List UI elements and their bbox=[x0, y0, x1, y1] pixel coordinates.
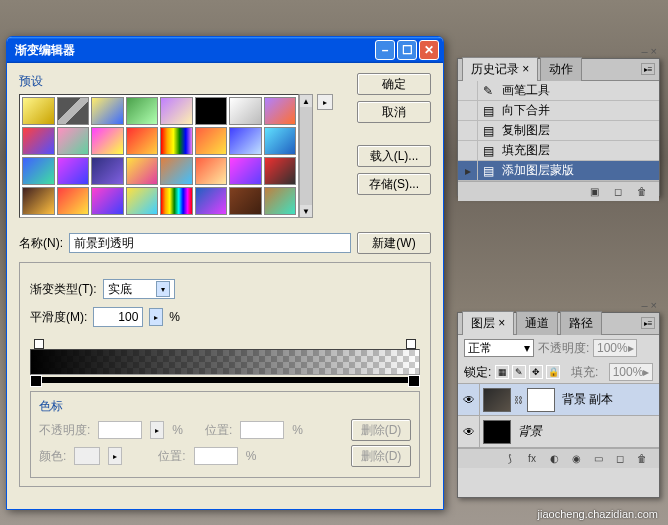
history-step-icon: ✎ bbox=[478, 84, 498, 98]
gradient-swatch[interactable] bbox=[57, 127, 90, 155]
save-button[interactable]: 存储(S)... bbox=[357, 173, 431, 195]
load-button[interactable]: 载入(L)... bbox=[357, 145, 431, 167]
adjustment-layer-icon[interactable]: ◉ bbox=[569, 452, 583, 466]
trash-icon[interactable]: 🗑 bbox=[635, 452, 649, 466]
history-item[interactable]: ▸▤添加图层蒙版 bbox=[458, 161, 659, 181]
gradient-swatch[interactable] bbox=[160, 187, 193, 215]
gradient-swatch[interactable] bbox=[229, 127, 262, 155]
new-layer-icon[interactable]: ◻ bbox=[613, 452, 627, 466]
layer-name[interactable]: 背景 bbox=[514, 423, 542, 440]
stop-color-picker-icon: ▸ bbox=[108, 447, 122, 465]
gradient-swatch[interactable] bbox=[126, 157, 159, 185]
smoothness-input[interactable] bbox=[93, 307, 143, 327]
opacity-stop-left[interactable] bbox=[34, 339, 44, 349]
type-label: 渐变类型(T): bbox=[30, 281, 97, 298]
panel-menu-button[interactable]: ▸≡ bbox=[641, 63, 655, 75]
gradient-swatch[interactable] bbox=[195, 127, 228, 155]
blend-mode-select[interactable]: 正常▾ bbox=[464, 339, 534, 357]
history-item[interactable]: ▤复制图层 bbox=[458, 121, 659, 141]
history-marker bbox=[458, 101, 478, 120]
color-stop-track[interactable] bbox=[34, 377, 416, 383]
tab-history[interactable]: 历史记录 × bbox=[462, 57, 538, 81]
delete-color-stop-button: 删除(D) bbox=[351, 445, 411, 467]
gradient-swatch[interactable] bbox=[22, 187, 55, 215]
link-layers-icon[interactable]: ⟆ bbox=[503, 452, 517, 466]
gradient-swatch[interactable] bbox=[229, 157, 262, 185]
layer-thumbnail[interactable] bbox=[483, 420, 511, 444]
gradient-swatch[interactable] bbox=[22, 97, 55, 125]
tab-layers[interactable]: 图层 × bbox=[462, 311, 514, 335]
gradient-swatch[interactable] bbox=[126, 127, 159, 155]
mask-link-icon[interactable]: ⛓ bbox=[514, 395, 524, 405]
gradient-swatch[interactable] bbox=[264, 187, 297, 215]
tab-actions[interactable]: 动作 bbox=[540, 57, 582, 81]
layer-row[interactable]: 👁⛓背景 副本 bbox=[458, 384, 659, 416]
titlebar[interactable]: 渐变编辑器 – ☐ ✕ bbox=[7, 37, 443, 63]
history-new-icon[interactable]: ◻ bbox=[611, 185, 625, 199]
gradient-swatch[interactable] bbox=[264, 157, 297, 185]
new-button[interactable]: 新建(W) bbox=[357, 232, 431, 254]
gradient-bar[interactable] bbox=[30, 349, 420, 375]
lock-all-icon[interactable]: 🔒 bbox=[546, 365, 560, 379]
ok-button[interactable]: 确定 bbox=[357, 73, 431, 95]
gradient-swatch[interactable] bbox=[160, 97, 193, 125]
panel-menu-button[interactable]: ▸≡ bbox=[641, 317, 655, 329]
scroll-up-icon[interactable]: ▲ bbox=[300, 95, 312, 107]
layer-group-icon[interactable]: ▭ bbox=[591, 452, 605, 466]
gradient-swatch[interactable] bbox=[264, 97, 297, 125]
history-snapshot-icon[interactable]: ▣ bbox=[587, 185, 601, 199]
gradient-swatch[interactable] bbox=[195, 187, 228, 215]
panel-collapse-icon[interactable]: – × bbox=[641, 299, 657, 311]
layer-row[interactable]: 👁背景 bbox=[458, 416, 659, 448]
cancel-button[interactable]: 取消 bbox=[357, 101, 431, 123]
opacity-value[interactable]: 100%▸ bbox=[593, 339, 637, 357]
gradient-swatch[interactable] bbox=[57, 157, 90, 185]
gradient-swatch[interactable] bbox=[160, 127, 193, 155]
opacity-stop-right[interactable] bbox=[406, 339, 416, 349]
gradient-swatch[interactable] bbox=[91, 187, 124, 215]
tab-channels[interactable]: 通道 bbox=[516, 311, 558, 335]
smoothness-dropdown-icon[interactable]: ▸ bbox=[149, 308, 163, 326]
layer-name[interactable]: 背景 副本 bbox=[558, 391, 613, 408]
presets-menu-button[interactable]: ▸ bbox=[317, 94, 333, 110]
visibility-toggle-icon[interactable]: 👁 bbox=[458, 416, 480, 447]
layer-thumbnail[interactable] bbox=[483, 388, 511, 412]
trash-icon[interactable]: 🗑 bbox=[635, 185, 649, 199]
lock-transparency-icon[interactable]: ▦ bbox=[495, 365, 509, 379]
panel-collapse-icon[interactable]: – × bbox=[641, 45, 657, 57]
layer-fx-icon[interactable]: fx bbox=[525, 452, 539, 466]
gradient-swatch[interactable] bbox=[91, 127, 124, 155]
gradient-swatch[interactable] bbox=[126, 97, 159, 125]
visibility-toggle-icon[interactable]: 👁 bbox=[458, 384, 480, 415]
gradient-swatch[interactable] bbox=[264, 127, 297, 155]
gradient-swatch[interactable] bbox=[229, 97, 262, 125]
history-item[interactable]: ▤填充图层 bbox=[458, 141, 659, 161]
mask-thumbnail[interactable] bbox=[527, 388, 555, 412]
gradient-swatch[interactable] bbox=[91, 97, 124, 125]
minimize-button[interactable]: – bbox=[375, 40, 395, 60]
lock-paint-icon[interactable]: ✎ bbox=[512, 365, 526, 379]
gradient-swatch[interactable] bbox=[57, 187, 90, 215]
scroll-down-icon[interactable]: ▼ bbox=[300, 205, 312, 217]
layer-mask-icon[interactable]: ◐ bbox=[547, 452, 561, 466]
gradient-swatch[interactable] bbox=[91, 157, 124, 185]
gradient-swatch[interactable] bbox=[22, 157, 55, 185]
maximize-button[interactable]: ☐ bbox=[397, 40, 417, 60]
gradient-swatch[interactable] bbox=[57, 97, 90, 125]
gradient-swatch[interactable] bbox=[229, 187, 262, 215]
gradient-swatch[interactable] bbox=[195, 157, 228, 185]
lock-move-icon[interactable]: ✥ bbox=[529, 365, 543, 379]
gradient-swatch[interactable] bbox=[22, 127, 55, 155]
gradient-swatch[interactable] bbox=[126, 187, 159, 215]
history-item[interactable]: ✎画笔工具 bbox=[458, 81, 659, 101]
name-input[interactable] bbox=[69, 233, 351, 253]
type-select[interactable]: 实底 ▾ bbox=[103, 279, 175, 299]
gradient-swatch[interactable] bbox=[160, 157, 193, 185]
gradient-swatch[interactable] bbox=[195, 97, 228, 125]
fill-value[interactable]: 100%▸ bbox=[609, 363, 653, 381]
history-step-label: 画笔工具 bbox=[498, 82, 550, 99]
close-button[interactable]: ✕ bbox=[419, 40, 439, 60]
preset-scrollbar[interactable]: ▲ ▼ bbox=[299, 94, 313, 218]
history-item[interactable]: ▤向下合并 bbox=[458, 101, 659, 121]
tab-paths[interactable]: 路径 bbox=[560, 311, 602, 335]
